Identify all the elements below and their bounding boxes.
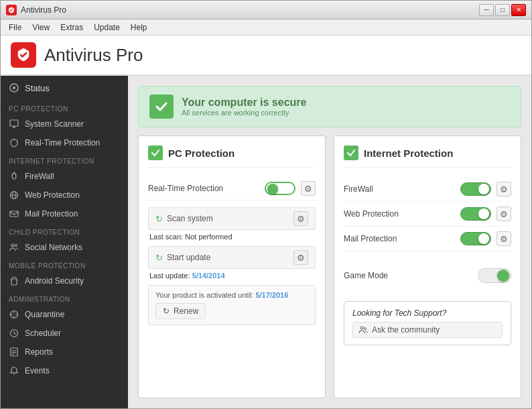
web-knob [478, 209, 489, 219]
events-label: Events [25, 366, 50, 375]
activation-date: 5/17/2016 [255, 291, 288, 299]
internet-panel-header: Internet Protection [344, 145, 511, 168]
panels-row: PC Protection Real-Time Protection ⚙ ↻ [138, 135, 521, 398]
update-section: ↻ Start update ⚙ Last update: 5/14/2014 [148, 246, 316, 280]
status-check-icon [149, 95, 174, 119]
activation-text: Your product is activated until: 5/17/20… [155, 291, 308, 299]
svg-line-21 [14, 333, 16, 335]
svg-point-10 [15, 245, 17, 247]
app-icon [6, 5, 17, 15]
game-mode-toggle[interactable] [478, 268, 511, 283]
update-info: Last update: 5/14/2014 [148, 272, 316, 280]
sidebar-section-pc: PC PROTECTION [1, 100, 128, 115]
realtime-toggle-row: Real-Time Protection ⚙ [148, 177, 316, 200]
sidebar-section-mobile: MOBILE PROTECTION [1, 257, 128, 272]
update-icon: ↻ [155, 253, 163, 263]
sidebar-item-mail[interactable]: Mail Protection [1, 204, 128, 223]
menu-file[interactable]: File [3, 21, 27, 34]
monitor-icon [9, 119, 19, 129]
globe-icon [9, 190, 19, 200]
svg-point-1 [13, 86, 15, 89]
title-bar: Antivirus Pro ─ □ ✕ [1, 1, 531, 19]
web-gear-button[interactable]: ⚙ [496, 207, 511, 221]
people-icon [9, 242, 19, 253]
internet-panel-title: Internet Protection [364, 148, 453, 159]
svg-point-9 [11, 244, 14, 247]
social-networks-label: Social Networks [25, 243, 82, 252]
app-header: Antivirus Pro [1, 36, 531, 76]
sidebar-status-label: Status [25, 83, 50, 93]
sidebar-item-scheduler[interactable]: Scheduler [1, 324, 128, 343]
internet-check-icon [344, 145, 358, 160]
sidebar-section-internet: INTERNET PROTECTION [1, 152, 128, 167]
game-mode-row: Game Mode [344, 264, 511, 288]
menu-view[interactable]: View [27, 21, 55, 34]
web-protection-label: Web Protection [25, 190, 80, 200]
quarantine-label: Quarantine [25, 310, 64, 319]
game-mode-knob [497, 270, 509, 282]
scan-icon: ↻ [155, 214, 163, 224]
firewall-knob [478, 184, 489, 194]
community-button[interactable]: Ask the community [352, 322, 503, 338]
realtime-knob [267, 184, 278, 194]
mail-knob [478, 233, 489, 244]
last-scan-value: Not performed [185, 233, 232, 241]
mail-gear-button[interactable]: ⚙ [496, 231, 511, 246]
tech-support-title: Looking for Tech Support? [352, 308, 503, 318]
sidebar-item-quarantine[interactable]: Quarantine [1, 305, 128, 324]
scan-label[interactable]: Scan system [167, 214, 293, 223]
close-button[interactable]: ✕ [511, 4, 526, 16]
firewall-toggle[interactable] [460, 182, 491, 196]
report-icon [9, 347, 19, 357]
maximize-button[interactable]: □ [495, 4, 510, 16]
system-scanner-label: System Scanner [25, 119, 84, 129]
mail-toggle-label: Mail Protection [344, 234, 460, 243]
scan-section: ↻ Scan system ⚙ Last scan: Not performed [148, 207, 316, 241]
web-toggle-row: Web Protection ⚙ [344, 202, 511, 227]
svg-rect-11 [11, 279, 17, 285]
sidebar-item-events[interactable]: Events [1, 361, 128, 380]
menu-extras[interactable]: Extras [55, 21, 88, 34]
bio-icon [9, 309, 19, 320]
sidebar-item-android[interactable]: Android Security [1, 272, 128, 290]
mail-toggle-row: Mail Protection ⚙ [344, 227, 511, 251]
main-layout: Status PC PROTECTION System Scanner [1, 76, 531, 408]
game-mode-section: Game Mode [344, 258, 511, 288]
sidebar-item-realtime[interactable]: Real-Time Protection [1, 133, 128, 152]
status-subtitle: All services are working correctly [182, 109, 306, 117]
mail-toggle[interactable] [460, 232, 491, 245]
firewall-toggle-row: FireWall ⚙ [344, 177, 511, 202]
status-banner: Your computer is secure All services are… [138, 86, 521, 127]
update-gear-button[interactable]: ⚙ [293, 250, 308, 265]
renew-button[interactable]: ↻ Renew [155, 303, 206, 319]
scan-gear-button[interactable]: ⚙ [293, 211, 308, 226]
pc-protection-panel: PC Protection Real-Time Protection ⚙ ↻ [138, 135, 326, 398]
svg-point-26 [360, 327, 363, 329]
tech-support-section: Looking for Tech Support? Ask the commun… [344, 301, 511, 345]
activation-box: Your product is activated until: 5/17/20… [148, 285, 316, 325]
android-security-label: Android Security [25, 276, 84, 286]
menu-update[interactable]: Update [88, 21, 125, 34]
android-icon [9, 276, 19, 286]
minimize-button[interactable]: ─ [479, 4, 494, 16]
web-toggle-label: Web Protection [344, 209, 460, 219]
sidebar-item-reports[interactable]: Reports [1, 343, 128, 361]
bell-icon [9, 365, 19, 376]
activation-label: Your product is activated until: [155, 291, 253, 299]
menu-bar: File View Extras Update Help [1, 19, 531, 36]
status-title: Your computer is secure [182, 97, 306, 109]
web-toggle[interactable] [460, 207, 491, 221]
menu-help[interactable]: Help [125, 21, 153, 34]
pc-panel-header: PC Protection [148, 145, 316, 168]
sidebar-item-web[interactable]: Web Protection [1, 186, 128, 204]
update-label[interactable]: Start update [167, 253, 293, 262]
sidebar-item-firewall[interactable]: FireWall [1, 167, 128, 186]
sidebar-item-status[interactable]: Status [1, 76, 128, 100]
realtime-toggle[interactable] [265, 182, 295, 195]
realtime-gear-button[interactable]: ⚙ [301, 181, 316, 196]
firewall-gear-button[interactable]: ⚙ [496, 182, 511, 196]
app-logo [11, 42, 36, 68]
sidebar-item-social[interactable]: Social Networks [1, 238, 128, 257]
sidebar-item-system-scanner[interactable]: System Scanner [1, 115, 128, 133]
mail-icon [9, 209, 19, 219]
